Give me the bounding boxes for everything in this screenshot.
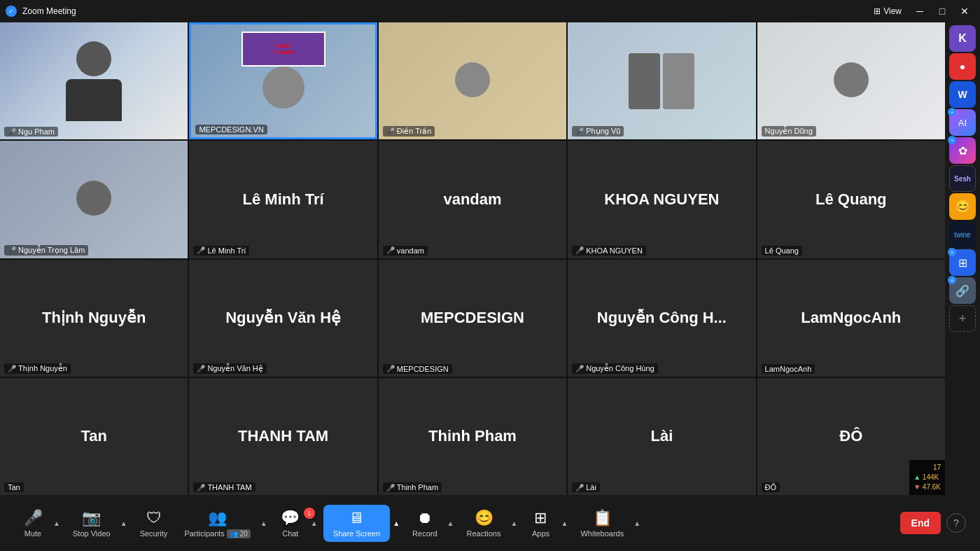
participant-name: Lê Minh Trí [207,246,246,255]
participant-name: Nguyễn Trọng Lâm [18,246,85,255]
apps-icon: ⊞ [534,509,547,527]
display-name-lamngocAnh: LamNgocAnh [794,309,908,327]
mic-muted-icon: 🎤 [575,127,584,135]
name-overlay-nguyen-van-he: 🎤 Nguyễn Văn Hệ [193,363,266,374]
record-button[interactable]: ⏺ Record [405,505,444,542]
app-new-badge: + [948,136,956,144]
video-cell-khoa-nguyen[interactable]: KHOA NGUYEN 🎤 KHOA NGUYEN [568,141,755,258]
yellow-app-button[interactable]: 😊 [949,193,976,220]
participants-icon: 👥 [208,509,227,527]
share-screen-group: 🖥 Share Screen ▲ [323,505,402,542]
download-arrow-icon: ▼ [913,483,920,491]
mute-label: Mute [24,529,41,538]
display-name-le-quang: Lê Quang [808,190,893,209]
share-screen-icon: 🖥 [349,509,364,527]
stop-video-button[interactable]: 📷 Stop Video [66,505,118,542]
record-chevron-button[interactable]: ▲ [444,509,457,537]
title-bar: ✓ Zoom Meeting ⊞ View ─ □ ✕ [0,0,980,22]
participants-group: 👥 Participants 👥 20 ▲ [177,505,270,542]
share-screen-chevron-button[interactable]: ▲ [390,509,402,537]
video-cell-nguyen-van-he[interactable]: Nguyễn Văn Hệ 🎤 Nguyễn Văn Hệ [189,260,377,377]
security-button[interactable]: 🛡 Security [133,505,175,542]
apps-chevron-button[interactable]: ▲ [558,509,570,537]
reactions-chevron-button[interactable]: ▲ [507,509,520,537]
participants-chevron-button[interactable]: ▲ [258,509,270,537]
video-cell-lamngocAnh[interactable]: LamNgocAnh LamNgocAnh [757,260,945,377]
video-cell-nguyen-cong-hung[interactable]: Nguyễn Công H... 🎤 Nguyễn Công Hùng [568,260,755,377]
video-cell-mepcdesign-vn[interactable]: http:// Model 7 MEPCDESIGN.VN [189,22,377,139]
sign-decoration: http:// Model 7 [241,32,326,67]
twine-app-button[interactable]: twine [949,221,976,248]
record-group: ⏺ Record ▲ [405,505,456,542]
apps-group: ⊞ Apps ▲ [523,505,570,542]
name-overlay-le-quang: Lê Quang [762,246,802,256]
video-cell-ngu-pham[interactable]: 🎤 Ngu Pham [0,22,188,139]
video-cell-thinh-pham[interactable]: Thinh Pham🎤Thinh Pham [379,378,566,495]
video-cell-phung-vu[interactable]: 🎤 Phụng Vũ [568,22,755,139]
name-overlay-lai: 🎤Lài [572,482,600,492]
display-name-mepcdesign: MEPCDESIGN [414,309,531,327]
face-mepcdesign [262,67,304,109]
participant-name: Nguyễn Công Hùng [586,364,654,373]
reactions-button[interactable]: 😊 Reactions [460,505,508,542]
network-stats: 17 ▲ 144K ▼ 47.6K [909,460,945,495]
video-cell-thinh-nguyen[interactable]: Thịnh Nguyễn 🎤 Thịnh Nguyễn [0,260,188,377]
mic-muted-icon: 🎤 [197,484,205,491]
minimize-button[interactable]: ─ [910,4,930,19]
share-screen-button[interactable]: 🖥 Share Screen [323,505,390,542]
participant-name: MEPCDESIGN.VN [199,125,263,134]
mic-muted-icon: 🎤 [8,365,16,372]
mic-muted-icon: 🎤 [386,365,395,372]
record-icon: ⏺ [417,509,433,527]
view-button[interactable]: ⊞ View [874,6,902,16]
stop-video-label: Stop Video [73,529,111,538]
whiteboards-button[interactable]: 📋 Whiteboards [573,505,631,542]
participant-name: Phụng Vũ [586,127,620,136]
video-cell-tan[interactable]: TanTan [0,378,188,495]
apps-button[interactable]: ⊞ Apps [523,505,558,542]
video-cell-nguyen-dung[interactable]: Nguyễn Dũng [757,22,945,139]
grid-blue-app-button[interactable]: ⊞ + [949,249,976,276]
participants-label: Participants 👥 20 [184,529,250,538]
video-cell-le-quang[interactable]: Lê Quang Lê Quang [757,141,945,258]
display-name-lai: Lài [643,427,680,445]
ai-app-button[interactable]: AI + [949,109,976,136]
chat-notification-badge: 1 [304,508,315,519]
video-cell-dien-tran[interactable]: 🎤 Điền Trần [379,22,566,139]
whiteboards-chevron-button[interactable]: ▲ [631,509,643,537]
video-cell-le-minh-tri[interactable]: Lê Minh Trí 🎤 Lê Minh Trí [189,141,377,258]
maximize-button[interactable]: □ [932,4,952,19]
end-button[interactable]: End [900,512,941,534]
display-name-thanh-tam: THANH TAM [231,427,335,445]
name-overlay-lamngocAnh: LamNgocAnh [762,364,816,374]
close-button[interactable]: ✕ [955,4,974,19]
chat-button[interactable]: 💬 Chat [273,505,308,542]
face-nguyen-dung [834,62,869,97]
participants-button[interactable]: 👥 Participants 👥 20 [177,505,257,542]
link-app-button[interactable]: 🔗 + [949,277,976,304]
video-cell-thanh-tam[interactable]: THANH TAM🎤THANH TAM [189,378,377,495]
reactions-icon: 😊 [475,509,493,527]
mute-chevron-button[interactable]: ▲ [50,509,63,537]
add-more-apps-button[interactable]: + [949,305,976,332]
kahoot-app-button[interactable]: K [949,25,976,52]
name-overlay-thinh-nguyen: 🎤 Thịnh Nguyễn [4,363,71,374]
video-cell-nguyen-trong-lam[interactable]: 🎤 Nguyễn Trọng Lâm [0,141,188,258]
workvivo-app-button[interactable]: W [949,81,976,108]
help-button[interactable]: ? [946,513,966,533]
security-label: Security [140,529,168,538]
video-chevron-button[interactable]: ▲ [118,509,130,537]
display-name-do: ĐÔ [832,427,869,445]
purple-swirl-app-button[interactable]: ✿ + [949,137,976,164]
sesh-app-button[interactable]: Sesh [949,165,976,192]
mute-group: 🎤 Mute ▲ [15,505,63,542]
mute-button[interactable]: 🎤 Mute [15,505,50,542]
app-button-red[interactable]: ● [949,53,976,80]
name-overlay-vandam: 🎤 vandam [383,246,428,256]
title-bar-left: ✓ Zoom Meeting [6,6,76,17]
display-name-tan: Tan [74,427,113,445]
video-cell-mepcdesign[interactable]: MEPCDESIGN 🎤 MEPCDESIGN [379,260,566,377]
mic-muted-icon: 🎤 [197,246,205,254]
video-cell-lai[interactable]: Lài🎤Lài [568,378,755,495]
video-cell-vandam[interactable]: vandam 🎤 vandam [379,141,566,258]
